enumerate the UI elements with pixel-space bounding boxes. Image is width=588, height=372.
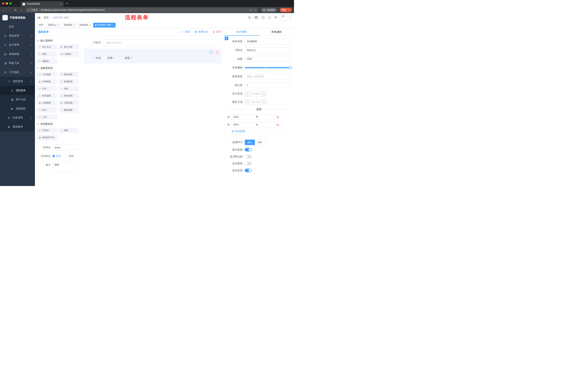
close-icon[interactable]: ×: [112, 24, 114, 26]
palette-item-date-picker[interactable]: ▦日期选择: [37, 100, 57, 106]
tag-process-form-edit[interactable]: 流程表单-编辑 ×: [93, 23, 116, 28]
chrome-update-button[interactable]: 更新 ⋮: [280, 8, 292, 12]
reload-icon[interactable]: ↻: [14, 8, 17, 12]
save-button[interactable]: ✓ 保存: [182, 30, 190, 33]
field-name-input[interactable]: [245, 47, 290, 53]
browser-tab[interactable]: 芋道管理系统 ×: [21, 1, 64, 7]
avatar-chevron-icon[interactable]: ∨: [289, 17, 291, 19]
increase-button[interactable]: +: [261, 91, 266, 96]
status-on-radio[interactable]: 开启: [52, 155, 61, 158]
breadcrumb-home[interactable]: 首页: [44, 16, 49, 19]
password-key-icon[interactable]: [249, 9, 252, 11]
palette-item-editor[interactable]: ✎编辑器: [37, 58, 57, 64]
close-icon[interactable]: ×: [74, 24, 75, 26]
close-icon[interactable]: ×: [58, 24, 59, 26]
gender-option-two-checkbox[interactable]: 选项二: [120, 56, 132, 60]
increase-button[interactable]: +: [261, 100, 266, 105]
close-window-button[interactable]: [2, 2, 4, 5]
decrease-button[interactable]: −: [245, 100, 250, 105]
checkbox[interactable]: [103, 57, 106, 59]
option-value-input[interactable]: [254, 114, 275, 120]
decrease-button[interactable]: −: [245, 91, 250, 96]
minimize-window-button[interactable]: [6, 2, 8, 5]
close-icon[interactable]: ×: [89, 24, 91, 26]
form-name-input[interactable]: [52, 145, 78, 150]
sidebar-item-workflow[interactable]: ⊟ 工作流程 ∧: [0, 68, 35, 77]
sidebar-item-dev-tools[interactable]: ◨ 研发工具 ∨: [0, 59, 35, 68]
avatar[interactable]: [281, 14, 288, 21]
palette-item-time-picker[interactable]: ◷时间选择: [37, 93, 57, 98]
palette-item-checkbox-group[interactable]: ☑多选框组: [59, 79, 79, 84]
remark-textarea[interactable]: 嘿嘿: [52, 162, 78, 172]
sidebar-item-system-mgmt[interactable]: ⚙ 系统管理 ∨: [0, 31, 35, 40]
default-value-input[interactable]: [245, 82, 290, 88]
drag-handle-icon[interactable]: [227, 123, 230, 126]
sidebar-item-user-group[interactable]: ◉ 用户分组: [0, 95, 35, 104]
url-bar[interactable]: ⚠ 不安全 dashboard.yudao.iocoder.cn/bpm/man…: [25, 8, 258, 12]
remove-option-button[interactable]: ⊖: [276, 123, 279, 127]
sidebar-item-leave-query[interactable]: ♟ 请假查询: [0, 122, 35, 131]
form-grid-slider[interactable]: [245, 67, 290, 68]
tag-process-form[interactable]: 流程表单 ×: [77, 23, 92, 28]
palette-item-color-picker[interactable]: ◑颜色选择: [59, 107, 79, 113]
drag-handle-icon[interactable]: [227, 116, 230, 118]
sidebar-item-task-mgmt[interactable]: ⊞ 任务管理 ∨: [0, 113, 35, 122]
max-select-stepper[interactable]: − 最多可选 +: [245, 99, 266, 105]
back-icon[interactable]: ←: [2, 9, 5, 12]
style-button-button[interactable]: 按钮: [255, 139, 265, 145]
delete-component-button[interactable]: [215, 50, 219, 54]
option-name-input[interactable]: [231, 114, 252, 120]
home-icon[interactable]: ⌂: [20, 9, 23, 12]
option-value-input[interactable]: [254, 122, 275, 128]
palette-item-radio-group[interactable]: ◉单选框组: [37, 79, 57, 84]
zoom-window-button[interactable]: [10, 2, 12, 5]
show-label-switch[interactable]: [245, 148, 252, 151]
github-icon[interactable]: [254, 16, 258, 19]
label-width-input[interactable]: [245, 74, 290, 79]
canvas-field-gender-selected[interactable]: *性别 选项一 选项二: [83, 49, 221, 63]
browser-menu-icon[interactable]: ⋮: [287, 9, 290, 11]
search-icon[interactable]: [248, 16, 251, 19]
tag-home[interactable]: 首页: [37, 23, 45, 28]
link-icon[interactable]: [225, 37, 228, 40]
tag-process-model[interactable]: 流程模型 ×: [62, 23, 77, 28]
sidebar-item-process-model[interactable]: ▶ 流程模型: [0, 104, 35, 113]
palette-item-button[interactable]: ▭按钮: [59, 128, 79, 133]
form-canvas[interactable]: *手机号: [81, 36, 224, 186]
canvas-field-phone[interactable]: *手机号: [83, 39, 221, 46]
palette-item-upload[interactable]: ↥上传: [37, 114, 57, 120]
palette-item-row-container[interactable]: ⊞行容器: [37, 128, 57, 133]
palette-item-slider[interactable]: ⊸滑块: [59, 86, 79, 91]
palette-item-select[interactable]: ⊙下拉选择: [37, 72, 57, 77]
palette-item-rate[interactable]: ☆评分: [37, 107, 57, 113]
slider-handle[interactable]: [289, 66, 292, 69]
sidebar-item-infrastructure[interactable]: ▤ 基础设施 ∨: [0, 50, 35, 59]
sidebar-item-process-form[interactable]: ▯ 流程表单: [0, 86, 35, 95]
remove-option-button[interactable]: ⊖: [276, 115, 279, 119]
sidebar-toggle-icon[interactable]: [37, 16, 41, 19]
forward-icon[interactable]: →: [8, 9, 11, 12]
tab-close-icon[interactable]: ×: [60, 3, 62, 6]
phone-input[interactable]: [103, 39, 221, 46]
component-type-select[interactable]: ∨: [245, 39, 290, 44]
border-switch[interactable]: [245, 155, 252, 158]
fullscreen-icon[interactable]: [268, 16, 271, 19]
tag-process-definition[interactable]: 流程定义 ×: [46, 23, 61, 28]
palette-item-table[interactable]: ▩表格[开发中]: [37, 135, 57, 140]
sidebar-item-payment-mgmt[interactable]: ¥ 支付管理 ∨: [0, 40, 35, 50]
sidebar-item-home[interactable]: ◔ 首页: [0, 22, 35, 31]
palette-item-switch[interactable]: ⊶开关: [37, 86, 57, 91]
clear-button[interactable]: 清空: [212, 30, 221, 33]
tab-component-props[interactable]: 组件属性: [224, 28, 259, 35]
option-name-input[interactable]: [231, 122, 252, 128]
help-icon[interactable]: ?: [262, 16, 264, 19]
palette-item-multi-text[interactable]: ▤多行文本: [59, 44, 79, 50]
tab-form-props[interactable]: 表单属性: [259, 28, 294, 35]
min-select-stepper[interactable]: − 至少应选 +: [245, 91, 266, 96]
disabled-switch[interactable]: [245, 162, 252, 165]
new-tab-button[interactable]: +: [66, 1, 68, 5]
style-default-button[interactable]: 默认: [245, 139, 255, 145]
palette-item-password[interactable]: ∗密码: [37, 51, 57, 57]
palette-item-single-text[interactable]: ▭单行文本: [37, 44, 57, 50]
palette-item-counter[interactable]: 123计数器: [59, 51, 79, 57]
